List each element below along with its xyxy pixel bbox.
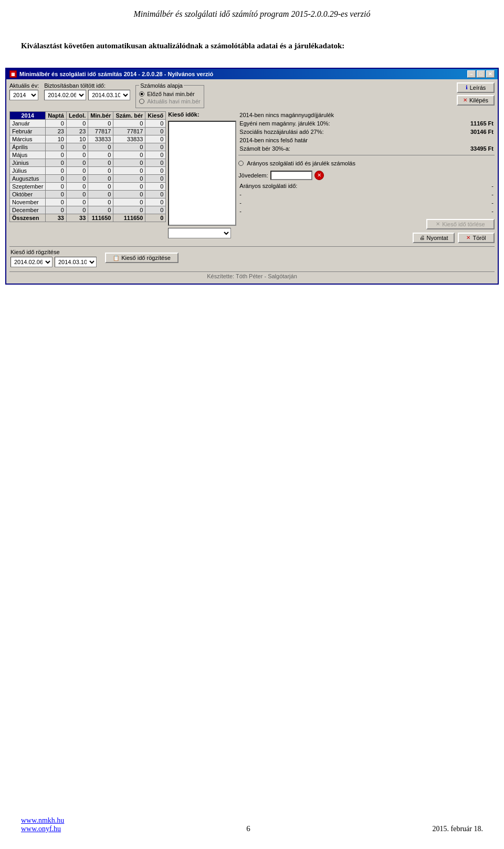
aranyos-label: Arányos szolgálati idő és járulék számol… — [247, 160, 355, 166]
kiesoid-date-row: 2014.02.06. 2014.03.10. — [10, 257, 97, 267]
info-line-2: Egyéni nem magánny. járulék 10%: 11165 F… — [238, 120, 495, 127]
radio-aktualis-row[interactable]: Aktuális havi min.bér — [139, 98, 201, 104]
cell-napt: 0 — [46, 151, 67, 159]
cell-kiesod: 0 — [145, 206, 166, 214]
page-number: 6 — [246, 824, 250, 833]
table-row[interactable]: Július 0 0 0 0 0 — [10, 166, 166, 174]
right-panel: 2014-ben nincs magánnyugdíjjárulék Egyén… — [238, 111, 495, 243]
col-szamber: Szám. bér — [113, 111, 145, 119]
jovedelem-label: Jövedelem: — [238, 172, 268, 179]
link-onyf[interactable]: www.onyf.hu — [21, 825, 64, 833]
cell-szamber: 77817 — [113, 127, 145, 135]
col-kiesod: Kieső — [145, 111, 166, 119]
table-row[interactable]: Március 10 10 33833 33833 0 — [10, 135, 166, 143]
cell-kiesod: 0 — [145, 159, 166, 166]
info-line-4: 2014-ben nincs felső határ — [238, 137, 495, 144]
cell-szamber: 0 — [113, 182, 145, 190]
cell-kiesod: 0 — [145, 174, 166, 182]
cell-szamber: 0 — [113, 159, 145, 166]
nyomtat-button[interactable]: 🖨 Nyomtat — [413, 233, 455, 243]
cell-ledol: 0 — [66, 206, 88, 214]
kiesoid-bottom-select[interactable] — [168, 228, 231, 238]
mid-select-row — [168, 228, 236, 238]
cell-month: Május — [10, 151, 46, 159]
table-footer-row: Összesen 33 33 111650 111650 0 — [10, 214, 166, 222]
print-icon: 🖨 — [419, 235, 425, 240]
cell-minber: 0 — [88, 206, 113, 214]
dash-2: - — [239, 200, 242, 206]
kiesoid-torles-icon: ✕ — [436, 221, 440, 227]
minimize-button[interactable]: – — [467, 70, 476, 78]
dash-1: - — [239, 191, 242, 197]
info-line-2-value: 11165 Ft — [457, 120, 494, 127]
cell-ledol: 0 — [66, 190, 88, 198]
kiesoid-rogzites-group: Kieső idő rögzítése 2014.02.06. 2014.03.… — [10, 249, 97, 267]
cell-napt: 0 — [46, 119, 67, 127]
titlebar-left: ▦ Minimálbér és szolgálati idő számítás … — [9, 70, 213, 78]
col-ledol: Ledol. — [66, 111, 88, 119]
dash-3: - — [239, 208, 242, 214]
cell-kiesod: 0 — [145, 119, 166, 127]
kiesoid-date1-select[interactable]: 2014.02.06. — [10, 257, 52, 267]
rogzites-icon: 📋 — [113, 255, 119, 261]
kiesoid-date2-select[interactable]: 2014.03.10. — [55, 257, 97, 267]
table-row[interactable]: Február 23 23 77817 77817 0 — [10, 127, 166, 135]
cell-kiesod: 0 — [145, 135, 166, 143]
ev-group: Aktuális év: 2014 2013 2015 — [9, 82, 39, 100]
footer-bar: Készítette: Tóth Péter - Salgótarján — [9, 271, 495, 280]
kilepes-button[interactable]: ✕ Kilépés — [457, 95, 495, 106]
table-row[interactable]: Október 0 0 0 0 0 — [10, 190, 166, 198]
dash-1-val: - — [491, 191, 494, 197]
kiesoid-listbox[interactable] — [168, 121, 236, 226]
table-row[interactable]: Szeptember 0 0 0 0 0 — [10, 182, 166, 190]
table-row[interactable]: December 0 0 0 0 0 — [10, 206, 166, 214]
leiras-button[interactable]: ℹ Leírás — [457, 82, 495, 93]
rogzites-button[interactable]: 📋 Kieső idő rögzítése — [105, 253, 178, 263]
kiesoid-torles-button[interactable]: ✕ Kieső idő törlése — [426, 219, 495, 229]
cell-month: Március — [10, 135, 46, 143]
biztositas-date1-select[interactable]: 2014.02.06. — [44, 90, 86, 100]
dash-row-2: - - — [238, 199, 495, 206]
cell-napt: 0 — [46, 166, 67, 174]
table-header-year: 2014 — [10, 111, 46, 119]
table-row[interactable]: Május 0 0 0 0 0 — [10, 151, 166, 159]
torol-button[interactable]: ✕ Töröl — [458, 233, 495, 243]
footer-minber: 111650 — [88, 214, 113, 222]
radio-elozohavi-row[interactable]: Előző havi min.bér — [139, 91, 201, 97]
ev-select[interactable]: 2014 2013 2015 — [9, 90, 38, 100]
cell-month: Április — [10, 143, 46, 151]
left-panel: 2014 Naptá Ledol. Min.bér Szám. bér Kies… — [9, 111, 166, 243]
cell-szamber: 0 — [113, 119, 145, 127]
cell-szamber: 33833 — [113, 135, 145, 143]
page-title: Minimálbér és szolgálati idő számító pro… — [0, 0, 504, 24]
cell-month: Szeptember — [10, 182, 46, 190]
cell-minber: 0 — [88, 151, 113, 159]
footer-links: www.nmkh.hu www.onyf.hu — [21, 816, 64, 833]
table-row[interactable]: November 0 0 0 0 0 — [10, 198, 166, 206]
link-nmkh[interactable]: www.nmkh.hu — [21, 816, 64, 825]
table-row[interactable]: Június 0 0 0 0 0 — [10, 159, 166, 166]
cell-ledol: 0 — [66, 119, 88, 127]
cell-minber: 0 — [88, 190, 113, 198]
aranyos-radio-icon — [238, 161, 244, 166]
table-row[interactable]: Január 0 0 0 0 0 — [10, 119, 166, 127]
cell-szamber: 0 — [113, 198, 145, 206]
clear-jovedelem-icon[interactable]: ✕ — [314, 171, 324, 180]
table-row[interactable]: Április 0 0 0 0 0 — [10, 143, 166, 151]
app-window: ▦ Minimálbér és szolgálati idő számítás … — [5, 68, 499, 285]
info-line-5: Számolt bér 30%-a: 33495 Ft — [238, 145, 495, 152]
cell-ledol: 0 — [66, 166, 88, 174]
jovedelem-input[interactable] — [270, 171, 312, 180]
footer-szamber: 111650 — [113, 214, 145, 222]
info-icon: ℹ — [466, 85, 468, 90]
radio-elozohavi-label: Előző havi min.bér — [147, 91, 195, 97]
cell-ledol: 0 — [66, 159, 88, 166]
maximize-button[interactable]: □ — [477, 70, 485, 78]
cell-szamber: 0 — [113, 174, 145, 182]
aranyos-row: Arányos szolgálati idő és járulék számol… — [238, 160, 495, 166]
dash-row-1: - - — [238, 191, 495, 198]
close-button[interactable]: ✕ — [486, 70, 495, 78]
biztositas-date2-select[interactable]: 2014.03.10. — [88, 90, 130, 100]
table-row[interactable]: Augusztus 0 0 0 0 0 — [10, 174, 166, 182]
cell-napt: 23 — [46, 127, 67, 135]
